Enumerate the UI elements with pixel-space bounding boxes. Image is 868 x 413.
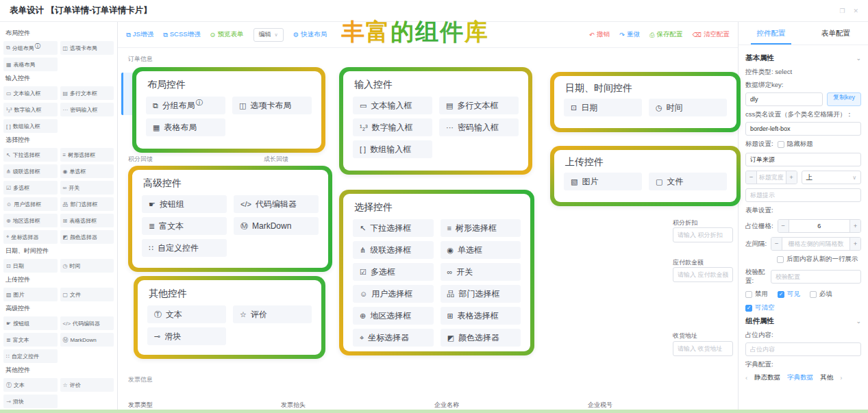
tab-control-config[interactable]: 控件配置 [739, 22, 804, 45]
callout-item[interactable]: ◉单选框 [441, 241, 521, 259]
palette-item[interactable]: ▦表格布局 [3, 58, 58, 71]
bind-key-input[interactable] [745, 92, 823, 106]
dict-tab-dictionary[interactable]: 字典数据 [787, 373, 813, 382]
callout-item[interactable]: ⊞表格选择框 [441, 307, 521, 325]
palette-item[interactable]: ⌖坐标选择器 [3, 230, 58, 244]
shipping-address-input[interactable] [673, 341, 733, 356]
left-gap-stepper[interactable]: − 栅格左侧的间隔格数 + [771, 237, 861, 251]
palette-item[interactable]: ⓂMarkDown [60, 333, 114, 347]
required-checkbox[interactable]: 必填 [810, 290, 832, 299]
palette-item[interactable]: ◷时间 [60, 259, 114, 273]
callout-item[interactable]: ···密码输入框 [439, 118, 519, 136]
palette-item[interactable]: ⊞表格选择框 [60, 214, 114, 227]
js-enhance-button[interactable]: ⧉JS增强 [126, 30, 153, 39]
quick-layout-button[interactable]: ⚙快速布局 [293, 30, 327, 39]
clearable-checkbox[interactable]: ✓可清空 [745, 303, 861, 312]
points-discount-input[interactable] [673, 227, 733, 242]
section-component-props[interactable]: 组件属性⌄ [745, 316, 861, 326]
callout-item[interactable]: ∷自定义控件 [142, 239, 227, 257]
grid-span-stepper[interactable]: − 6 + [778, 219, 861, 233]
minus-icon[interactable]: − [771, 238, 782, 250]
palette-item[interactable]: ∷自定义控件 [3, 349, 58, 363]
callout-item[interactable]: Ⓣ文本 [147, 305, 226, 323]
newline-checkbox[interactable]: 后面内容从新的一行展示 [745, 255, 861, 264]
callout-item[interactable]: ▦表格布局 [146, 118, 225, 136]
callout-item[interactable]: ≣富文本 [142, 217, 227, 235]
callout-item[interactable]: ▤多行文本框 [439, 97, 519, 114]
callout-item[interactable]: ☆评价 [233, 305, 312, 323]
palette-item[interactable]: Ⓣ文本 [3, 378, 58, 392]
clear-config-button[interactable]: ⌫清空配置 [693, 30, 730, 39]
callout-item[interactable]: ⊡日期 [564, 99, 642, 116]
dict-tab-static[interactable]: 静态数据 [754, 373, 780, 382]
palette-item[interactable]: ⊕地区选择框 [3, 214, 58, 227]
palette-item[interactable]: ∞开关 [60, 181, 114, 195]
palette-item[interactable]: ◫选项卡布局 [60, 41, 114, 55]
plus-icon[interactable]: + [850, 238, 860, 250]
save-config-button[interactable]: ⎙保存配置 [649, 30, 683, 39]
palette-item[interactable]: ☑多选框 [3, 181, 58, 195]
callout-item[interactable]: ◷时间 [649, 99, 727, 116]
title-width-stepper[interactable]: − 标题宽度 + [745, 171, 797, 184]
palette-item[interactable]: ≣富文本 [3, 333, 58, 347]
callout-item[interactable]: 品部门选择框 [441, 285, 521, 303]
palette-item[interactable]: ☆评价 [60, 378, 114, 392]
callout-item[interactable]: ⓂMarkDown [234, 217, 319, 235]
palette-item[interactable]: ⋔级联选择框 [3, 164, 58, 178]
callout-item[interactable]: [ ]数组输入框 [353, 140, 432, 158]
callout-item[interactable]: ▧图片 [564, 173, 642, 190]
palette-item[interactable]: ☛按钮组 [3, 316, 58, 330]
callout-item[interactable]: ⊸滑块 [147, 327, 226, 345]
section-basic-props[interactable]: 基本属性⌄ [745, 53, 861, 63]
palette-item[interactable]: ···密码输入框 [60, 103, 114, 116]
plus-icon[interactable]: + [850, 220, 860, 232]
palette-item[interactable]: ↖下拉选择框 [3, 148, 58, 162]
callout-item[interactable]: </>代码编辑器 [234, 195, 319, 213]
copy-key-button[interactable]: 复制key [827, 92, 861, 106]
validate-input[interactable] [771, 270, 861, 284]
palette-item[interactable]: 品部门选择框 [60, 197, 114, 211]
title-input[interactable] [745, 153, 861, 166]
label-position-select[interactable]: 上 ∨ [802, 171, 862, 184]
payable-amount-input[interactable] [673, 267, 733, 282]
callout-item[interactable]: ⧉分组布局ⓘ [146, 97, 225, 114]
css-class-input[interactable] [745, 122, 861, 136]
edit-mode-dropdown[interactable]: 编辑∨ [253, 28, 284, 42]
callout-item[interactable]: ↖下拉选择框 [353, 219, 434, 237]
arrow-right-icon[interactable]: › [840, 374, 842, 381]
redo-button[interactable]: ↷重做 [619, 30, 640, 39]
palette-item[interactable]: ◩颜色选择器 [60, 230, 114, 244]
palette-item[interactable]: ⊸滑块 [3, 395, 58, 408]
scss-enhance-button[interactable]: ⧉SCSS增强 [163, 30, 201, 39]
title-tip-input[interactable] [745, 188, 861, 202]
callout-item[interactable]: ☑多选框 [353, 263, 434, 281]
disabled-checkbox[interactable]: 禁用 [745, 290, 768, 299]
palette-item[interactable]: ⧉分组布局ⓘ [3, 41, 58, 55]
callout-item[interactable]: ▢文件 [649, 173, 727, 190]
palette-item[interactable]: ▤多行文本框 [60, 86, 114, 100]
palette-item[interactable]: ≡树形选择框 [60, 148, 114, 162]
callout-item[interactable]: ≡树形选择框 [441, 219, 521, 237]
callout-item[interactable]: ⋔级联选择框 [353, 241, 434, 259]
palette-item[interactable]: ☺用户选择框 [3, 197, 58, 211]
callout-item[interactable]: ¹₂³数字输入框 [353, 118, 432, 136]
callout-item[interactable]: ∞开关 [441, 263, 521, 281]
callout-item[interactable]: ▭文本输入框 [353, 97, 432, 114]
plus-icon[interactable]: + [786, 171, 797, 184]
minus-icon[interactable]: − [746, 171, 757, 184]
preview-form-button[interactable]: ⊙预览表单 [210, 30, 244, 39]
minus-icon[interactable]: − [778, 220, 789, 232]
callout-item[interactable]: ◫选项卡布局 [232, 97, 312, 114]
palette-item[interactable]: ▭文本输入框 [3, 86, 58, 100]
callout-item[interactable]: ☺用户选择框 [353, 285, 434, 303]
palette-item[interactable]: ◉单选框 [60, 164, 114, 178]
maximize-icon[interactable]: ❐ [839, 8, 845, 14]
callout-item[interactable]: ⌖坐标选择器 [353, 329, 434, 347]
visible-checkbox[interactable]: ✓可见 [778, 290, 800, 299]
undo-button[interactable]: ↶撤销 [589, 30, 610, 39]
tab-form-config[interactable]: 表单配置 [804, 22, 868, 45]
palette-item[interactable]: ▢文件 [60, 288, 114, 301]
palette-item[interactable]: ▧图片 [3, 288, 58, 301]
callout-item[interactable]: ☛按钮组 [142, 195, 227, 213]
palette-item[interactable]: </>代码编辑器 [60, 316, 114, 330]
